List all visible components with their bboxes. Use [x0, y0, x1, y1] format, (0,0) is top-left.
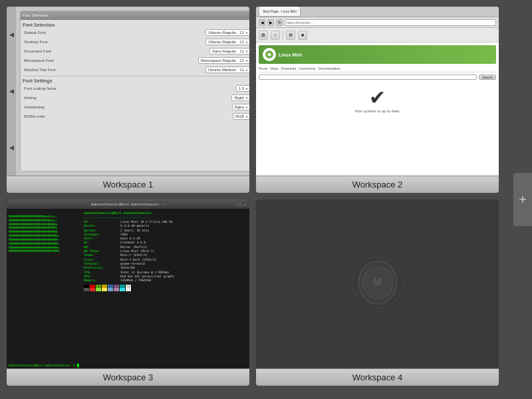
add-icon: +	[519, 193, 527, 206]
ws3-color-10	[96, 288, 101, 291]
ws1-section1: Font Selection	[23, 23, 249, 27]
ws3-color-14	[120, 288, 125, 291]
ws2-tab-1[interactable]: Start Page - Linux Mint	[259, 7, 301, 17]
ws2-tabbar: Start Page - Linux Mint	[256, 7, 499, 17]
workspace-3-preview: maketecheasier@Mint-maketecheasier: ~ ─ …	[7, 200, 249, 368]
ws3-sep: ---------------------------------	[84, 215, 150, 220]
ws3-color-8	[84, 288, 89, 291]
ws2-nav-3: Download	[281, 66, 296, 70]
workspace-3[interactable]: maketecheasier@Mint-maketecheasier: ~ ─ …	[7, 200, 249, 386]
ws1-label-5: Window Title Font	[24, 68, 56, 72]
ws2-search-input[interactable]	[259, 74, 477, 80]
ws1-row-5: Window Title Font Ubuntu Medium 11	[23, 66, 249, 74]
ws1-divider	[23, 76, 249, 76]
ws2-content: Linux Mint Home News Download Community …	[256, 43, 499, 176]
workspace-2[interactable]: Start Page - Linux Mint ◀ ▶ ↻ https://li…	[256, 7, 499, 193]
ws1-titlebar: Font Selection	[20, 11, 249, 20]
svg-point-2	[268, 53, 271, 57]
ws1-arrow-1: ◀	[9, 31, 14, 38]
ws3-color-13	[114, 288, 119, 291]
workspace-grid: ◀ ◀ ◀ Font Selection Font Selection Defa…	[0, 0, 505, 392]
ws4-mint-logo: M	[351, 256, 404, 312]
ws1-select-4[interactable]: Monospace Regular 11	[198, 57, 249, 64]
ws2-back-btn[interactable]: ◀	[259, 19, 265, 26]
ws1-select-1[interactable]: Ubuntu Regular 11	[205, 29, 249, 36]
ws1-label-6: Font scaling factor	[24, 86, 57, 90]
ws3-user-line: maketecheasier@Mint-maketecheasier	[84, 211, 247, 215]
ws2-mint-header: Linux Mint	[259, 45, 496, 64]
ws2-nav-4: Community	[299, 66, 315, 70]
ws3-titlebar: maketecheasier@Mint-maketecheasier: ~ ─ …	[7, 200, 249, 209]
ws1-row-8: Antialiasing Rgba	[23, 103, 249, 111]
ws1-sidebar: ◀ ◀ ◀	[7, 7, 16, 176]
ws1-label-3: Document Font	[24, 49, 51, 53]
ws3-line-memory: Memory: 1350MiB / 7961MiB	[84, 279, 247, 283]
ws3-info: maketecheasier@Mint-maketecheasier -----…	[84, 211, 247, 360]
ws1-select-8[interactable]: Rgba	[232, 104, 249, 110]
ws1-label-9: RGBA order	[24, 114, 45, 118]
ws2-tab-label: Start Page - Linux Mint	[263, 9, 297, 13]
add-workspace-button[interactable]: +	[513, 173, 532, 226]
ws1-select-5[interactable]: Ubuntu Medium 11	[205, 66, 249, 73]
ws1-row-6: Font scaling factor 1.0	[23, 84, 249, 92]
ws2-tool-1[interactable]: ⊞	[259, 31, 268, 40]
ws2-sep	[283, 31, 283, 40]
ws1-select-7[interactable]: Slight	[231, 94, 249, 101]
ws3-color-11	[102, 288, 107, 291]
ws2-tool-2[interactable]: ↑	[271, 31, 280, 40]
ws2-tool-3[interactable]: ⚙	[286, 31, 295, 40]
ws3-terminal-content: MMMMMMMMMMMMMMMMMMMNmdhs++: MMMMMMMMMMMM…	[7, 209, 249, 362]
ws1-select-6[interactable]: 1.0	[236, 85, 249, 92]
svg-text:M: M	[373, 277, 382, 288]
ws3-ascii-art: MMMMMMMMMMMMMMMMMMMNmdhs++: MMMMMMMMMMMM…	[9, 211, 82, 360]
ws3-maximize[interactable]: □	[239, 202, 242, 207]
ws3-separator: ---------------------------------	[84, 215, 247, 220]
ws1-label-7: Hinting	[24, 96, 37, 100]
ws3-color-bars-2	[84, 288, 247, 291]
ws1-label-8: Antialiasing	[24, 105, 45, 109]
ws1-select-3[interactable]: Sans Regular 11	[209, 48, 249, 55]
ws2-url-bar[interactable]: https://linuxmint-...	[285, 19, 496, 26]
ws2-browser: Start Page - Linux Mint ◀ ▶ ↻ https://li…	[256, 7, 499, 176]
ws1-select-9[interactable]: RGB	[233, 113, 249, 120]
ws1-section2: Font Settings	[23, 78, 249, 83]
ws1-row-1: Default Font Ubuntu Regular 11	[23, 29, 249, 37]
workspace-3-label: Workspace 3	[7, 368, 249, 386]
ws2-search-bar: Search	[259, 74, 496, 80]
ws1-title: Font Selection	[23, 13, 48, 17]
ws2-toolbar: ⊞ ↑ ⚙ ★	[256, 28, 499, 43]
ws2-search-btn[interactable]: Search	[479, 74, 496, 80]
ws3-user: maketecheasier@Mint-maketecheasier	[84, 211, 152, 215]
ws3-minimize[interactable]: ─	[235, 202, 237, 207]
ws1-row-4: Monospace Font Monospace Regular 11	[23, 57, 249, 65]
ws2-update-text: Your system is up to date.	[354, 109, 400, 113]
workspace-4-preview: M	[256, 200, 499, 368]
ws1-select-2[interactable]: Ubuntu Regular 11	[205, 39, 249, 45]
ws2-forward-btn[interactable]: ▶	[267, 19, 274, 26]
ws2-refresh-btn[interactable]: ↻	[276, 19, 283, 26]
ws1-label-2: Desktop Font	[24, 40, 48, 44]
ws3-close[interactable]: ✕	[243, 202, 246, 207]
ws2-nav-2: News	[270, 66, 279, 70]
ws3-val-memory: 1350MiB / 7961MiB	[120, 279, 151, 283]
ws1-arrow-3: ◀	[9, 144, 14, 151]
ws3-prompt: maketecheasier@Mint-maketecheasier:~$ █	[7, 362, 249, 368]
ws1-row-3: Document Font Sans Regular 11	[23, 47, 249, 55]
ws3-color-9	[90, 288, 95, 291]
ws2-nav-5: Documentation	[318, 66, 340, 70]
ws1-arrow-2: ◀	[9, 88, 14, 94]
ws2-tool-4[interactable]: ★	[298, 31, 307, 40]
workspace-4-label: Workspace 4	[256, 368, 499, 386]
ws3-color-12	[108, 288, 113, 291]
ws1-row-9: RGBA order RGB	[23, 112, 249, 120]
workspace-2-label: Workspace 2	[256, 176, 499, 193]
ws1-label-1: Default Font	[24, 31, 46, 35]
ws2-mint-name: Linux Mint	[279, 53, 302, 57]
ws2-navbar: ◀ ▶ ↻ https://linuxmint-...	[256, 17, 499, 28]
workspace-4[interactable]: M Workspace 4	[256, 200, 499, 386]
workspace-1[interactable]: ◀ ◀ ◀ Font Selection Font Selection Defa…	[7, 7, 249, 193]
ws1-label-4: Monospace Font	[24, 59, 54, 63]
ws3-terminal: maketecheasier@Mint-maketecheasier: ~ ─ …	[7, 200, 249, 368]
ws1-row-7: Hinting Slight	[23, 94, 249, 102]
ws2-checkmark: ✔	[369, 86, 386, 109]
